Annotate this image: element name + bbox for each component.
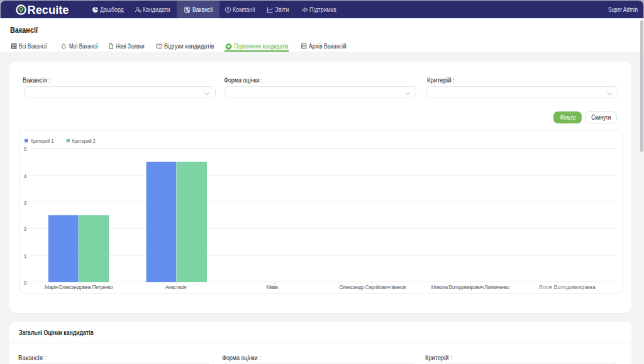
svg-text:1: 1 — [23, 253, 26, 259]
svg-text:0: 0 — [23, 280, 26, 286]
svg-text:3: 3 — [23, 200, 26, 206]
svg-text:Анастасія: Анастасія — [165, 284, 186, 290]
svg-text:Олександр Сергійович Іванов: Олександр Сергійович Іванов — [339, 284, 406, 290]
svg-text:Марія Олександрівна Петренко: Марія Олександрівна Петренко — [45, 284, 113, 290]
svg-text:Лілія Володимирівна: Лілія Володимирівна — [538, 284, 595, 290]
svg-text:5: 5 — [23, 146, 26, 152]
svg-text:Микола Володимирович Литвиненк: Микола Володимирович Литвиненко — [431, 284, 509, 290]
svg-text:4: 4 — [23, 173, 26, 179]
svg-text:Критерий 2: Критерий 2 — [72, 138, 96, 144]
svg-text:Mariia: Mariia — [266, 284, 278, 290]
svg-text:2: 2 — [23, 226, 26, 232]
svg-text:Критерий 1: Критерий 1 — [30, 138, 53, 144]
